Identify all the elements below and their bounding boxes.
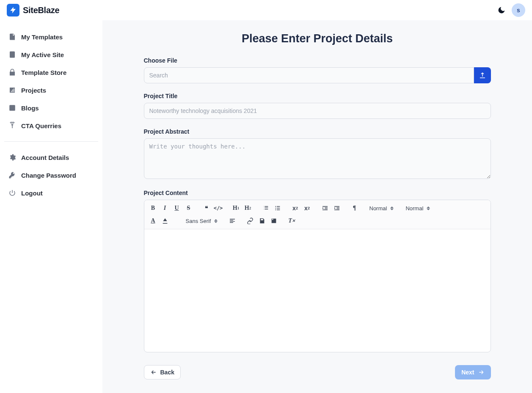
underline-button[interactable]: U	[171, 203, 182, 214]
text-direction-button[interactable]: ¶	[349, 203, 360, 214]
strike-button[interactable]: S	[183, 203, 194, 214]
arrow-right-icon	[478, 369, 485, 376]
code-block-button[interactable]: </>	[213, 203, 224, 214]
link-button[interactable]	[245, 215, 256, 226]
sidebar-item-label: Blogs	[21, 104, 39, 112]
main-content: Please Enter Project Details Choose File…	[102, 20, 532, 393]
sidebar-item-change-password[interactable]: Change Password	[4, 166, 98, 184]
sidebar-item-label: My Templates	[21, 33, 63, 41]
svg-point-1	[275, 206, 276, 207]
sidebar-item-label: Logout	[21, 190, 43, 197]
sidebar-item-label: Change Password	[21, 172, 76, 179]
unordered-list-button[interactable]	[272, 203, 283, 214]
user-avatar[interactable]: s	[512, 3, 525, 17]
subscript-button[interactable]: x2	[290, 203, 301, 214]
svg-point-2	[275, 208, 276, 209]
bold-button[interactable]: B	[148, 203, 159, 214]
back-button-label: Back	[160, 369, 174, 376]
sidebar-item-label: Projects	[21, 87, 46, 94]
svg-point-3	[275, 209, 276, 210]
heading1-button[interactable]: H1	[231, 203, 242, 214]
sidebar-item-label: My Active Site	[21, 51, 64, 58]
page-title: Please Enter Project Details	[144, 32, 491, 45]
moon-icon	[497, 6, 506, 14]
indent-button[interactable]	[331, 203, 342, 214]
gear-icon	[8, 154, 16, 161]
next-button-label: Next	[461, 369, 474, 376]
heading2-button[interactable]: H2	[243, 203, 254, 214]
sidebar-item-label: CTA Querries	[21, 122, 61, 129]
chevron-updown-icon	[427, 206, 430, 210]
sidebar-item-projects[interactable]: Projects	[4, 81, 98, 99]
outdent-button[interactable]	[320, 203, 331, 214]
clear-format-button[interactable]: T✕	[286, 215, 297, 226]
sidebar-item-label: Account Details	[21, 154, 69, 161]
heading-select-label: Normal	[369, 205, 387, 212]
sidebar-item-template-store[interactable]: Template Store	[4, 63, 98, 81]
store-icon	[8, 69, 16, 76]
sidebar-item-cta-queries[interactable]: CTA Querries	[4, 117, 98, 135]
font-family-select[interactable]: Sans Serif	[183, 217, 221, 225]
file-search-input[interactable]	[144, 67, 474, 83]
italic-button[interactable]: I	[160, 203, 171, 214]
rich-text-editor: B I U S ❝ </> H1 H2	[144, 200, 491, 352]
heading-select[interactable]: Normal	[367, 204, 397, 212]
project-abstract-label: Project Abstract	[144, 128, 491, 135]
templates-icon	[8, 33, 16, 41]
back-button[interactable]: Back	[144, 365, 181, 379]
broadcast-icon	[8, 122, 16, 129]
sidebar-item-logout[interactable]: Logout	[4, 184, 98, 202]
navbar: SiteBlaze s	[0, 0, 532, 20]
size-select-label: Normal	[405, 205, 423, 212]
sidebar-item-blogs[interactable]: Blogs	[4, 99, 98, 117]
upload-button[interactable]	[474, 67, 491, 83]
sidebar-item-my-templates[interactable]: My Templates	[4, 28, 98, 46]
sidebar-divider	[4, 141, 98, 142]
text-color-button[interactable]: A	[148, 215, 159, 226]
blockquote-button[interactable]: ❝	[201, 203, 212, 214]
upload-icon	[479, 71, 486, 79]
sidebar-item-account-details[interactable]: Account Details	[4, 148, 98, 166]
ordered-list-button[interactable]	[260, 203, 271, 214]
projects-icon	[8, 86, 16, 94]
arrow-left-icon	[150, 369, 157, 376]
chevron-updown-icon	[214, 219, 218, 223]
document-icon	[8, 51, 16, 58]
size-select[interactable]: Normal	[403, 204, 433, 212]
sidebar-item-my-active-site[interactable]: My Active Site	[4, 46, 98, 63]
project-title-input[interactable]	[144, 103, 491, 119]
brand-name: SiteBlaze	[23, 5, 59, 15]
save-button[interactable]	[256, 215, 267, 226]
sidebar-item-label: Template Store	[21, 69, 66, 76]
svg-point-0	[12, 124, 13, 125]
key-icon	[8, 171, 16, 179]
background-color-button[interactable]	[160, 215, 171, 226]
superscript-button[interactable]: x2	[302, 203, 313, 214]
project-content-label: Project Content	[144, 190, 491, 196]
chevron-updown-icon	[390, 206, 394, 210]
editor-content-area[interactable]	[144, 229, 491, 352]
sidebar: My Templates My Active Site Template Sto…	[0, 20, 102, 393]
brand[interactable]: SiteBlaze	[7, 4, 59, 16]
file-label: Choose File	[144, 57, 491, 64]
power-icon	[8, 189, 16, 197]
font-family-label: Sans Serif	[186, 218, 211, 224]
brand-logo-icon	[7, 4, 19, 16]
project-abstract-textarea[interactable]	[144, 138, 491, 179]
dark-mode-toggle[interactable]	[497, 6, 506, 14]
editor-toolbar: B I U S ❝ </> H1 H2	[144, 200, 491, 229]
next-button[interactable]: Next	[455, 365, 491, 379]
image-button[interactable]	[268, 215, 279, 226]
blogs-icon	[8, 104, 16, 112]
project-title-label: Project Title	[144, 93, 491, 99]
align-button[interactable]	[227, 215, 238, 226]
